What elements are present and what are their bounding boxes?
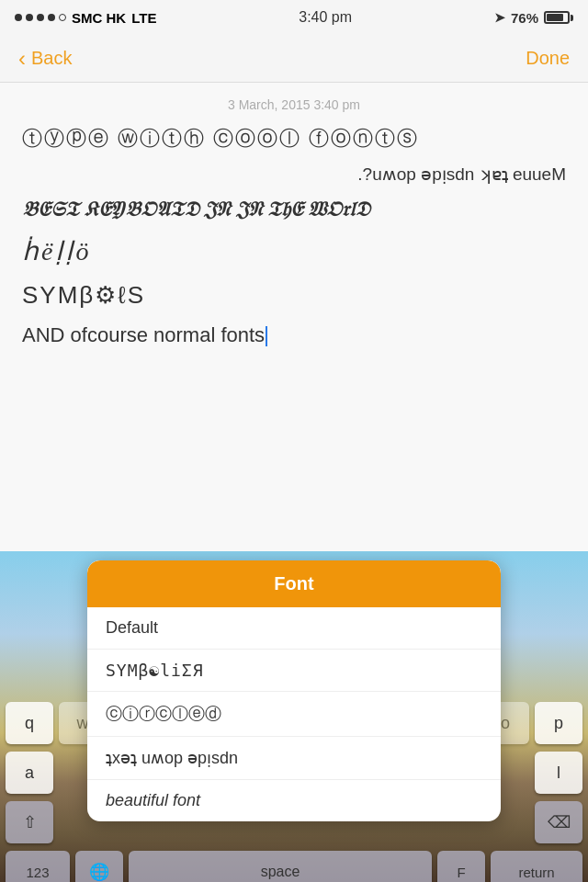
font-option-upside[interactable]: ʇxǝʇ uʍop ǝpᴉsdn	[87, 737, 501, 780]
font-option-symbolizer[interactable]: SYMβ☯liΣЯ	[87, 650, 501, 692]
location-icon: ➤	[494, 10, 505, 25]
battery-percent: 76%	[511, 10, 538, 26]
battery-icon	[544, 11, 573, 24]
shift-key[interactable]: ⇧	[6, 801, 53, 843]
dot5	[59, 14, 66, 21]
font-option-circled[interactable]: ⓒⓘⓡⓒⓛⓔⓓ	[87, 692, 501, 737]
done-button[interactable]: Done	[526, 48, 570, 69]
network-label: LTE	[131, 10, 156, 26]
key-q[interactable]: q	[6, 702, 53, 744]
line-normal-text: AND ofcourse normal fonts	[22, 322, 566, 350]
chevron-left-icon: ‹	[18, 48, 26, 70]
font-key[interactable]: F	[437, 851, 485, 882]
line-hello-text: ḣëḷḷö	[22, 233, 566, 269]
key-row-4: 123 🌐 space F return	[6, 851, 582, 882]
font-option-beautiful[interactable]: beautiful font	[87, 780, 501, 821]
numbers-key[interactable]: 123	[6, 851, 70, 882]
timestamp: 3 March, 2015 3:40 pm	[22, 97, 566, 112]
delete-key[interactable]: ⌫	[535, 801, 582, 843]
line-symbols-text: SYMβ⚙ℓS	[22, 278, 566, 311]
status-bar: SMC HK LTE 3:40 pm ➤ 76%	[0, 0, 588, 35]
dot2	[26, 14, 33, 21]
back-button[interactable]: ‹ Back	[18, 48, 72, 70]
time-label: 3:40 pm	[299, 9, 352, 26]
keyboard-area: Font Default SYMβ☯liΣЯ ⓒⓘⓡⓒⓛⓔⓓ ʇxǝʇ uʍop…	[0, 551, 588, 882]
signal-dots	[15, 14, 66, 21]
globe-key[interactable]: 🌐	[75, 851, 123, 882]
status-left: SMC HK LTE	[15, 10, 156, 26]
line-upside-text: Meuue ʇɐʞ ndsᴉpǝ poʍu?.	[22, 163, 566, 187]
dot3	[37, 14, 44, 21]
text-area: 3 March, 2015 3:40 pm ⓣⓨⓟⓔ ⓦⓘⓣⓗ ⓒⓞⓞⓛ ⓕⓞⓝ…	[0, 83, 588, 597]
status-right: ➤ 76%	[494, 10, 573, 26]
key-l[interactable]: l	[535, 752, 582, 794]
font-picker-header: Font	[87, 560, 501, 607]
keyboard-background: Font Default SYMβ☯liΣЯ ⓒⓘⓡⓒⓛⓔⓓ ʇxǝʇ uʍop…	[0, 551, 588, 882]
font-picker-popup: Font Default SYMβ☯liΣЯ ⓒⓘⓡⓒⓛⓔⓓ ʇxǝʇ uʍop…	[87, 560, 501, 821]
return-key[interactable]: return	[491, 851, 582, 882]
dot4	[48, 14, 55, 21]
line-blackletter-text: 𝔅𝔈𝔖𝔗 𝔎𝔈𝔜𝔅𝔒𝔄𝔗𝔇 𝔍𝔑 𝔍𝔑 𝔗𝔥𝔈 𝔚𝔒𝔯𝔩𝔇	[22, 196, 566, 224]
carrier-label: SMC HK	[72, 10, 126, 26]
dot1	[15, 14, 22, 21]
key-p[interactable]: p	[535, 702, 582, 744]
line-circled-text: ⓣⓨⓟⓔ ⓦⓘⓣⓗ ⓒⓞⓞⓛ ⓕⓞⓝⓣⓢ	[22, 125, 566, 153]
key-a[interactable]: a	[6, 752, 53, 794]
font-option-default[interactable]: Default	[87, 607, 501, 650]
space-key[interactable]: space	[129, 851, 432, 882]
text-cursor	[266, 326, 267, 346]
back-label: Back	[31, 48, 72, 69]
nav-bar: ‹ Back Done	[0, 35, 588, 83]
